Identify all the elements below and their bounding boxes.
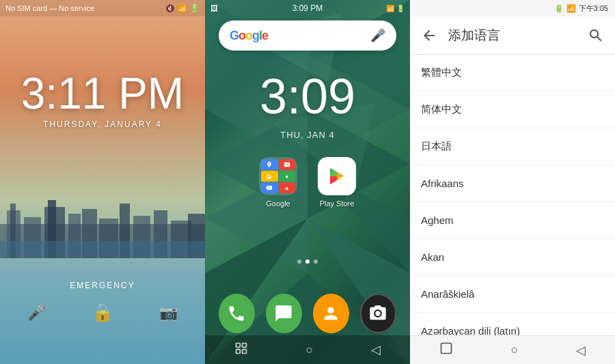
dot-1 [297, 260, 301, 264]
home-search-bar[interactable]: Google 🎤 [219, 20, 396, 51]
home-clock: 3:09 [205, 68, 410, 124]
lang-item-text: 繁體中文 [421, 66, 462, 79]
lang-search-button[interactable] [579, 19, 612, 52]
play-store-icon[interactable] [318, 157, 356, 195]
home-battery-icon: 📶 [386, 5, 394, 12]
folder-item-youtube [261, 182, 278, 193]
lock-carrier-text: No SIM card — No service [5, 4, 94, 12]
home-signal-icon: 🔋 [396, 5, 405, 12]
svg-rect-41 [242, 343, 246, 347]
lang-item-text: 简体中文 [421, 103, 462, 116]
folder-item-chrome: ● [279, 171, 296, 182]
lang-toolbar: 添加语言 [410, 16, 615, 55]
home-status-right: 📶 🔋 [386, 5, 405, 12]
home-status-time: 3:09 PM [292, 3, 323, 13]
lang-list: 繁體中文 简体中文 日本語 Afrikaans Aghem Akan Anarâ… [410, 55, 615, 335]
google-folder-icon[interactable]: ● ▲ [259, 157, 297, 195]
google-logo: Google [230, 29, 268, 43]
lang-item-aghem[interactable]: Aghem [410, 202, 615, 239]
dot-2 [305, 260, 310, 264]
lang-back-button[interactable] [413, 19, 446, 52]
svg-rect-42 [242, 349, 246, 353]
dot-3 [314, 260, 318, 264]
lang-item-azerbaijani[interactable]: Azərbaycan dili (latın) [410, 313, 615, 335]
svg-rect-39 [236, 343, 240, 347]
lang-status-time: 下午3:05 [579, 3, 608, 14]
lang-item-text: Akan [421, 251, 444, 263]
lang-item-japanese[interactable]: 日本語 [410, 128, 615, 165]
dock-messages[interactable] [266, 294, 302, 333]
google-app[interactable]: ● ▲ Google [259, 157, 297, 208]
svg-rect-43 [441, 344, 451, 354]
lang-statusbar: 🔋 📶 下午3:05 [410, 0, 615, 16]
home-image-icon: 🖼 [210, 4, 218, 12]
dock-camera[interactable] [360, 294, 396, 333]
lang-battery-icon: 🔋 [554, 4, 564, 13]
dock-contacts[interactable] [313, 294, 349, 333]
microphone-icon[interactable]: 🎤 [27, 304, 46, 322]
lang-item-akan[interactable]: Akan [410, 239, 615, 276]
home-dock [205, 294, 410, 333]
microphone-search-icon[interactable]: 🎤 [370, 28, 385, 43]
lang-item-traditional-chinese[interactable]: 繁體中文 [410, 55, 615, 92]
back-btn[interactable]: ○ [306, 343, 314, 357]
play-store-app[interactable]: Play Store [318, 157, 356, 208]
lang-item-text: Anarâškielâ [421, 288, 474, 300]
lang-home-btn[interactable]: ○ [511, 343, 519, 357]
home-navbar: ○ ◁ [205, 335, 410, 364]
lock-time: 3:11 PM [0, 68, 205, 119]
dock-phone[interactable] [219, 294, 255, 333]
svg-rect-14 [0, 241, 205, 258]
home-status-left: 🖼 [210, 4, 218, 12]
lang-item-text: 日本語 [421, 140, 452, 153]
lock-status-icons: 🔇 📶 🔋 [165, 4, 200, 13]
lock-screen: No SIM card — No service 🔇 📶 🔋 3:11 PM T… [0, 0, 205, 364]
lang-wifi-icon: 📶 [566, 4, 576, 13]
lang-item-text: Afrikaans [421, 178, 464, 189]
folder-item-maps [261, 159, 278, 170]
lock-date: THURSDAY, JANUARY 4 [0, 120, 205, 129]
home-page-dots [205, 260, 410, 264]
folder-item-gmail [279, 159, 296, 170]
home-apps-grid: ● ▲ Google [205, 157, 410, 208]
lock-icon[interactable]: 🔒 [92, 302, 113, 323]
home-status-bar: 🖼 3:09 PM 📶 🔋 [205, 0, 410, 16]
lang-item-text: Aghem [421, 214, 454, 226]
folder-item-photos: ▲ [279, 182, 296, 193]
google-folder-grid: ● ▲ [259, 157, 297, 195]
home-btn[interactable] [234, 341, 248, 359]
google-app-label: Google [266, 199, 290, 208]
lang-item-anaraskiela[interactable]: Anarâškielâ [410, 276, 615, 313]
lang-navbar: ○ ◁ [410, 335, 615, 364]
folder-item-drive [261, 171, 278, 182]
lang-item-afrikaans[interactable]: Afrikaans [410, 165, 615, 202]
lang-item-text: Azərbaycan dili (latın) [421, 325, 520, 336]
city-skyline [0, 190, 205, 258]
lock-status-bar: No SIM card — No service 🔇 📶 🔋 [0, 0, 205, 16]
camera-icon[interactable]: 📷 [159, 304, 178, 322]
recents-btn[interactable]: ◁ [371, 342, 381, 357]
lang-item-simplified-chinese[interactable]: 简体中文 [410, 92, 615, 128]
signal-icon: 📶 [178, 4, 187, 13]
home-screen: 🖼 3:09 PM 📶 🔋 Google 🎤 3:09 THU, JAN 4 [205, 0, 410, 364]
lang-square-btn[interactable] [439, 341, 453, 359]
lock-emergency[interactable]: EMERGENCY [0, 281, 205, 290]
lock-bottom-icons: 🎤 🔒 📷 [0, 302, 205, 323]
mute-icon: 🔇 [165, 4, 175, 13]
lang-screen-title: 添加语言 [446, 27, 579, 44]
battery-icon: 🔋 [190, 4, 200, 13]
svg-rect-40 [236, 349, 240, 353]
home-date: THU, JAN 4 [205, 130, 410, 140]
play-store-label: Play Store [320, 199, 355, 208]
lang-back-nav-btn[interactable]: ◁ [576, 343, 586, 358]
language-screen: 🔋 📶 下午3:05 添加语言 繁體中文 简体中文 日本語 Afrikaans … [410, 0, 615, 364]
